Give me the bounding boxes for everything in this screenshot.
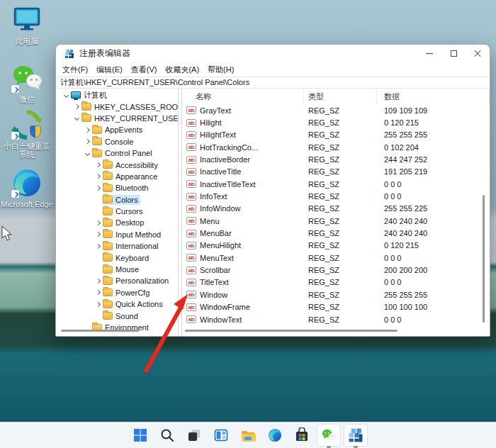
expander-chevron-icon[interactable] — [94, 221, 102, 225]
value-type: REG_SZ — [304, 291, 377, 299]
value-type: REG_SZ — [304, 217, 377, 225]
menu-item[interactable]: 编辑(E) — [92, 63, 127, 77]
expander-chevron-icon[interactable] — [94, 279, 102, 283]
expander-chevron-icon[interactable] — [83, 128, 91, 132]
menu-item[interactable]: 收藏夹(A) — [161, 63, 203, 77]
registry-value-row[interactable]: Scrollbar REG_SZ 200 200 200 — [182, 264, 490, 276]
expander-chevron-icon[interactable] — [94, 303, 102, 306]
file-explorer-button[interactable] — [236, 424, 260, 447]
tree-item[interactable]: Desktop — [56, 217, 178, 228]
edge-button[interactable] — [263, 424, 287, 447]
list-vertical-scrollbar[interactable] — [483, 195, 485, 323]
registry-value-row[interactable]: Menu REG_SZ 240 240 240 — [182, 215, 490, 227]
title-bar[interactable]: 注册表编辑器 — [56, 45, 490, 62]
menu-item[interactable]: 查看(V) — [127, 63, 162, 77]
string-value-icon — [186, 106, 196, 114]
value-name: MenuBar — [200, 229, 304, 237]
registry-value-row[interactable]: MenuBar REG_SZ 240 240 240 — [182, 227, 490, 239]
expander-chevron-icon[interactable] — [94, 256, 102, 259]
desktop-icon-xiaobai-reinstall[interactable]: 小白一键重装 系统 — [0, 109, 54, 159]
expander-chevron-icon[interactable] — [72, 116, 81, 120]
string-value-icon — [186, 143, 196, 151]
search-button[interactable] — [155, 424, 179, 447]
expander-chevron-icon[interactable] — [94, 163, 102, 167]
list-horizontal-scrollbar[interactable] — [185, 330, 398, 332]
value-type: REG_SZ — [304, 204, 377, 213]
string-value-icon — [186, 131, 196, 139]
registry-value-row[interactable]: InfoWindow REG_SZ 255 255 225 — [182, 203, 490, 215]
expander-chevron-icon[interactable] — [94, 210, 102, 213]
desktop-icon-edge[interactable]: Microsoft Edge — [0, 167, 54, 208]
registry-value-row[interactable]: WindowFrame REG_SZ 100 100 100 — [182, 301, 490, 313]
expander-chevron-icon[interactable] — [72, 105, 81, 108]
expander-chevron-icon[interactable] — [83, 140, 91, 143]
tree-item[interactable]: Bluetooth — [56, 182, 178, 194]
expander-chevron-icon[interactable] — [94, 268, 102, 271]
registry-value-row[interactable]: TitleText REG_SZ 0 0 0 — [182, 276, 490, 289]
expander-chevron-icon[interactable] — [94, 233, 102, 236]
maximize-button[interactable] — [441, 45, 466, 62]
value-name: HotTrackingCo... — [200, 143, 304, 152]
registry-editor-taskbar-button[interactable] — [344, 424, 368, 447]
expander-chevron-icon[interactable] — [94, 198, 102, 201]
column-header-type[interactable]: 类型 — [304, 89, 377, 104]
registry-value-row[interactable]: InactiveBorder REG_SZ 244 247 252 — [182, 153, 490, 165]
menu-item[interactable]: 文件(F) — [58, 63, 92, 77]
desktop-icon-this-pc[interactable]: 此电脑 — [0, 4, 54, 45]
key-folder-icon — [81, 103, 91, 111]
column-header-name[interactable]: 名称 — [182, 89, 304, 104]
registry-value-row[interactable]: InactiveTitle REG_SZ 191 205 219 — [182, 166, 490, 178]
tree-item[interactable]: PowerCfg — [56, 287, 178, 298]
task-view-button[interactable] — [182, 424, 206, 447]
tree-item[interactable]: International — [56, 240, 178, 252]
tree-item[interactable]: Sound — [56, 310, 178, 321]
registry-value-row[interactable]: HilightText REG_SZ 255 255 255 — [182, 129, 490, 141]
expander-chevron-icon[interactable] — [94, 291, 102, 294]
tree-item[interactable]: Personalization — [56, 275, 178, 286]
registry-value-row[interactable]: GrayText REG_SZ 109 109 109 — [182, 104, 490, 116]
tree-item[interactable]: Control Panel — [56, 147, 178, 159]
tree-item[interactable]: HKEY_CLASSES_ROOT — [56, 101, 178, 112]
registry-value-row[interactable]: InfoText REG_SZ 0 0 0 — [182, 190, 490, 202]
minimize-button[interactable] — [417, 45, 441, 62]
registry-value-row[interactable]: WindowText REG_SZ 0 0 0 — [182, 313, 490, 325]
tree-item[interactable]: Console — [56, 136, 178, 147]
store-button[interactable] — [290, 424, 314, 447]
wechat-taskbar-button[interactable] — [317, 424, 341, 447]
tree-item[interactable]: Appearance — [56, 171, 178, 182]
widgets-button[interactable] — [209, 424, 233, 447]
tree-item[interactable]: 计算机 — [56, 89, 178, 101]
desktop: 此电脑 微信 小 — [0, 0, 496, 448]
tree-item[interactable]: Cursors — [56, 206, 178, 217]
desktop-icon-wechat[interactable]: 微信 — [0, 62, 54, 103]
tree-item[interactable]: Input Method — [56, 229, 178, 240]
registry-value-row[interactable]: MenuHilight REG_SZ 0 120 215 — [182, 240, 490, 252]
expander-chevron-icon[interactable] — [94, 186, 102, 190]
tree-item[interactable]: HKEY_CURRENT_USER — [56, 113, 178, 124]
expander-chevron-icon[interactable] — [94, 314, 102, 318]
registry-value-row[interactable]: HotTrackingCo... REG_SZ 0 102 204 — [182, 141, 490, 153]
menu-item[interactable]: 帮助(H) — [203, 63, 238, 77]
expander-chevron-icon[interactable] — [94, 174, 102, 178]
tree-item[interactable]: Accessibility — [56, 159, 178, 170]
registry-value-row[interactable]: Hilight REG_SZ 0 120 215 — [182, 116, 490, 128]
expander-chevron-icon[interactable] — [94, 245, 102, 248]
expander-chevron-icon[interactable] — [62, 94, 70, 97]
tree-item[interactable]: Mouse — [56, 264, 178, 275]
tree-horizontal-scrollbar[interactable] — [61, 330, 139, 332]
registry-value-row[interactable]: MenuText REG_SZ 0 0 0 — [182, 252, 490, 264]
string-value-icon — [186, 168, 196, 176]
tree-item[interactable]: AppEvents — [56, 124, 178, 135]
expander-chevron-icon[interactable] — [83, 326, 91, 330]
expander-chevron-icon[interactable] — [83, 152, 91, 155]
tree-item[interactable]: Quick Actions — [56, 298, 178, 310]
tree-item[interactable]: Keyboard — [56, 252, 178, 263]
close-button[interactable] — [466, 45, 490, 62]
registry-value-row[interactable]: Window REG_SZ 255 255 255 — [182, 289, 490, 301]
value-name: InfoText — [200, 192, 304, 201]
tree-item[interactable]: Colors — [56, 194, 178, 206]
start-button[interactable] — [128, 424, 152, 447]
registry-value-row[interactable]: InactiveTitleText REG_SZ 0 0 0 — [182, 178, 490, 190]
address-bar[interactable]: 计算机\HKEY_CURRENT_USER\Control Panel\Colo… — [56, 77, 490, 89]
column-header-data[interactable]: 数据 — [377, 89, 490, 104]
